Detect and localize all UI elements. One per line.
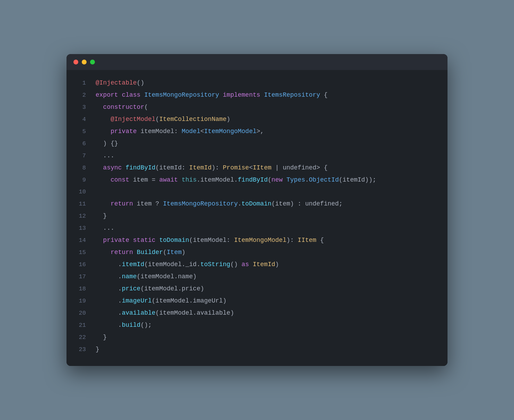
code-line-9: 9 const item = await this.itemModel.find… xyxy=(67,174,447,186)
code-line-16: 16 .itemId(itemModel._id.toString() as I… xyxy=(67,259,447,271)
code-editor: 1 @Injectable() 2 export class ItemsMong… xyxy=(67,70,447,366)
code-window: 1 @Injectable() 2 export class ItemsMong… xyxy=(67,54,447,366)
code-line-1: 1 @Injectable() xyxy=(67,77,447,89)
code-line-2: 2 export class ItemsMongoRepository impl… xyxy=(67,89,447,101)
code-line-22: 22 } xyxy=(67,331,447,343)
code-line-20: 20 .available(itemModel.available) xyxy=(67,307,447,319)
code-line-14: 14 private static toDomain(itemModel: It… xyxy=(67,234,447,246)
code-line-23: 23 } xyxy=(67,343,447,356)
code-line-21: 21 .build(); xyxy=(67,319,447,331)
close-button[interactable] xyxy=(73,60,78,64)
code-line-4: 4 @InjectModel(ItemCollectionName) xyxy=(67,113,447,125)
code-line-5: 5 private itemModel: Model<ItemMongoMode… xyxy=(67,125,447,138)
code-line-15: 15 return Builder(Item) xyxy=(67,246,447,259)
code-line-3: 3 constructor( xyxy=(67,101,447,113)
code-line-8: 8 async findById(itemId: ItemId): Promis… xyxy=(67,162,447,174)
code-line-19: 19 .imageUrl(itemModel.imageUrl) xyxy=(67,295,447,307)
code-line-13: 13 ... xyxy=(67,222,447,234)
code-line-7: 7 ... xyxy=(67,150,447,162)
minimize-button[interactable] xyxy=(82,60,87,64)
code-line-11: 11 return item ? ItemsMongoRepository.to… xyxy=(67,198,447,210)
code-line-10: 10 xyxy=(67,186,447,198)
code-line-18: 18 .price(itemModel.price) xyxy=(67,283,447,295)
titlebar xyxy=(67,54,447,70)
code-line-6: 6 ) {} xyxy=(67,138,447,150)
code-line-12: 12 } xyxy=(67,210,447,222)
code-line-17: 17 .name(itemModel.name) xyxy=(67,271,447,283)
maximize-button[interactable] xyxy=(90,60,95,64)
